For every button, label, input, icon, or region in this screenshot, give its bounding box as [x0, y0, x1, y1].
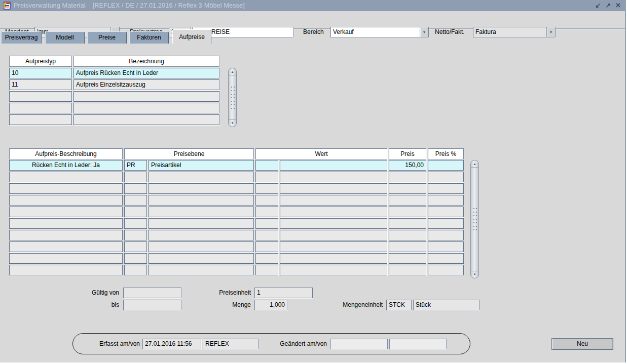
grid-cell[interactable] [389, 172, 426, 182]
grid-cell[interactable]: Preisartikel [149, 160, 254, 171]
grid-cell[interactable] [280, 183, 387, 194]
grid-cell[interactable] [73, 103, 219, 113]
grid-cell[interactable] [9, 241, 123, 252]
grid-cell[interactable] [280, 230, 387, 240]
grid-cell[interactable] [428, 195, 464, 206]
grid-cell[interactable] [73, 91, 219, 102]
grid-cell[interactable] [389, 183, 426, 194]
grid-cell[interactable] [124, 253, 147, 264]
grid-cell[interactable] [255, 230, 278, 240]
scrollbar-grip[interactable] [473, 208, 477, 231]
grid-cell[interactable] [428, 241, 464, 252]
grid-cell[interactable] [124, 195, 147, 206]
minimize-icon[interactable]: ↙ [595, 0, 601, 11]
grid-cell[interactable] [389, 218, 426, 229]
grid-cell[interactable]: 11 [9, 79, 72, 90]
detail-scrollbar[interactable]: ▲ ▼ [470, 160, 479, 278]
scroll-down-icon[interactable]: ▼ [471, 271, 478, 277]
grid-cell[interactable] [124, 265, 147, 275]
grid-cell[interactable] [280, 172, 387, 182]
grid-cell[interactable] [255, 253, 278, 264]
grid-cell[interactable] [9, 103, 72, 113]
scroll-up-icon[interactable]: ▲ [471, 161, 478, 168]
grid-cell[interactable] [255, 195, 278, 206]
grid-cell[interactable] [389, 230, 426, 240]
grid-cell[interactable]: 10 [9, 68, 72, 78]
tab-aufpreise[interactable]: Aufpreise [172, 29, 211, 44]
tab-faktoren[interactable]: Faktoren [129, 31, 169, 44]
grid-cell[interactable] [149, 172, 254, 182]
grid-cell[interactable] [124, 207, 147, 217]
grid-cell[interactable] [255, 218, 278, 229]
gueltig-von-field[interactable] [123, 288, 181, 298]
grid-cell[interactable] [9, 91, 72, 102]
grid-cell[interactable] [280, 195, 387, 206]
grid-cell[interactable] [149, 207, 254, 217]
grid-cell[interactable]: Rücken Echt in Leder: Ja [9, 160, 123, 171]
grid-cell[interactable] [149, 218, 254, 229]
tab-preisvertrag[interactable]: Preisvertrag [1, 31, 42, 44]
scroll-up-icon[interactable]: ▲ [229, 69, 236, 75]
grid-cell[interactable] [149, 241, 254, 252]
grid-cell[interactable] [73, 114, 219, 125]
grid-cell[interactable] [9, 218, 123, 229]
grid-cell[interactable] [428, 172, 464, 182]
grid-cell[interactable]: PR [124, 160, 147, 171]
grid-cell[interactable] [149, 265, 254, 275]
grid-cell[interactable] [280, 265, 387, 275]
grid-cell[interactable] [428, 160, 464, 171]
grid-cell[interactable] [9, 195, 123, 206]
grid-cell[interactable] [389, 253, 426, 264]
grid-cell[interactable] [428, 230, 464, 240]
grid-cell[interactable] [149, 253, 254, 264]
tab-preise[interactable]: Preise [87, 31, 127, 44]
grid-cell[interactable] [428, 253, 464, 264]
erfasst-datetime-field[interactable]: 27.01.2016 11:56 [142, 339, 201, 349]
grid-cell[interactable] [428, 183, 464, 194]
grid-cell[interactable]: 150,00 [389, 160, 426, 171]
grid-cell[interactable] [9, 265, 123, 275]
grid-cell[interactable] [389, 207, 426, 217]
grid-cell[interactable] [428, 207, 464, 217]
grid-cell[interactable] [389, 265, 426, 275]
grid-cell[interactable] [280, 241, 387, 252]
grid-cell[interactable] [428, 265, 464, 275]
grid-cell[interactable] [280, 160, 387, 171]
grid-cell[interactable] [9, 172, 123, 182]
scroll-down-icon[interactable]: ▼ [229, 119, 236, 126]
aufpreistyp-scrollbar[interactable]: ▲ ▼ [228, 68, 237, 127]
grid-cell[interactable] [124, 218, 147, 229]
grid-cell[interactable] [255, 172, 278, 182]
grid-cell[interactable] [149, 230, 254, 240]
neu-button[interactable]: Neu [551, 338, 613, 350]
grid-cell[interactable] [124, 183, 147, 194]
grid-cell[interactable] [9, 230, 123, 240]
grid-cell[interactable]: Aufpreis Rücken Echt in Leder [73, 68, 219, 78]
mengeneinheit-code-field[interactable]: STCK [386, 300, 412, 310]
grid-cell[interactable] [9, 207, 123, 217]
preiseinheit-field[interactable]: 1 [254, 288, 313, 298]
grid-cell[interactable] [124, 172, 147, 182]
grid-cell[interactable] [149, 195, 254, 206]
grid-cell[interactable] [124, 230, 147, 240]
grid-cell[interactable] [255, 160, 278, 171]
geaendert-datetime-field[interactable] [330, 339, 388, 349]
menge-field[interactable]: 1,000 [254, 300, 287, 310]
close-icon[interactable]: ✕ [615, 0, 621, 11]
grid-cell[interactable] [124, 241, 147, 252]
grid-cell[interactable] [9, 114, 72, 125]
grid-cell[interactable] [9, 253, 123, 264]
tab-modell[interactable]: Modell [45, 31, 85, 44]
grid-cell[interactable]: Aufpreis Einzelsitzauszug [73, 79, 219, 90]
grid-cell[interactable] [255, 207, 278, 217]
grid-cell[interactable] [255, 183, 278, 194]
grid-cell[interactable] [255, 241, 278, 252]
grid-cell[interactable] [149, 183, 254, 194]
grid-cell[interactable] [280, 218, 387, 229]
grid-cell[interactable] [255, 265, 278, 275]
mengeneinheit-text-field[interactable]: Stück [413, 300, 480, 310]
grid-cell[interactable] [9, 183, 123, 194]
grid-cell[interactable] [389, 195, 426, 206]
bis-field[interactable] [123, 300, 181, 310]
grid-cell[interactable] [280, 253, 387, 264]
